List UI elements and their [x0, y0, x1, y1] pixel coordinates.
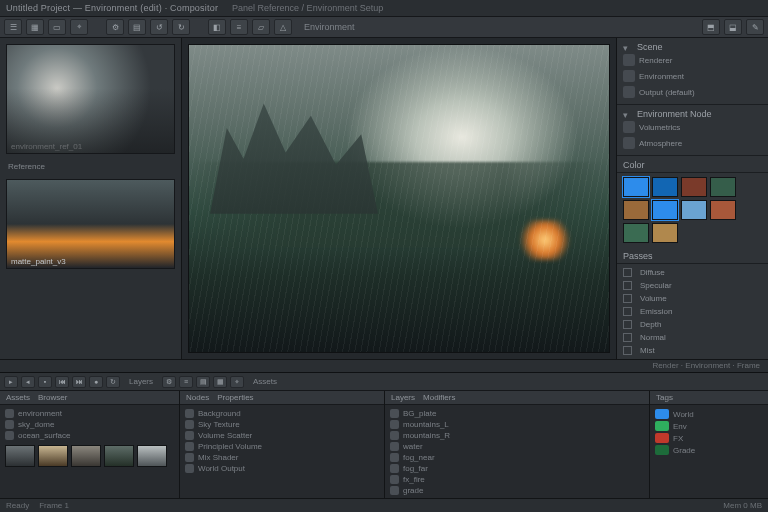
node-5[interactable]: World Output — [198, 464, 245, 473]
swatch-2[interactable] — [681, 177, 707, 197]
reference-thumb-1-label: environment_ref_01 — [11, 142, 82, 151]
node-icon — [185, 420, 194, 429]
grid2-icon[interactable]: ▦ — [213, 376, 227, 388]
tag-3[interactable]: Grade — [673, 446, 695, 455]
swatch-4[interactable] — [623, 200, 649, 220]
rows-icon[interactable]: ▤ — [196, 376, 210, 388]
swatch-6[interactable] — [681, 200, 707, 220]
list2-icon[interactable]: ≡ — [179, 376, 193, 388]
pass-1: Specular — [640, 281, 762, 290]
swatch-8[interactable] — [623, 223, 649, 243]
bottom-area: ▸ ◂ ▪ ⏮ ⏭ ● ↻ Layers ⚙ ≡ ▤ ▦ ⌖ Assets As… — [0, 372, 768, 512]
panel-assets-head[interactable]: Assets Browser — [0, 391, 179, 405]
tool-tri-icon[interactable]: △ — [274, 19, 292, 35]
tool-settings-icon[interactable]: ⚙ — [106, 19, 124, 35]
play-icon[interactable]: ▸ — [4, 376, 18, 388]
tool-list-icon[interactable]: ▤ — [128, 19, 146, 35]
asset-thumb-3[interactable] — [104, 445, 134, 467]
tool-lines-icon[interactable]: ≡ — [230, 19, 248, 35]
tool-plane-icon[interactable]: ▱ — [252, 19, 270, 35]
panel-layers-tab[interactable]: Modifiers — [423, 393, 455, 402]
target2-icon[interactable]: ⌖ — [230, 376, 244, 388]
tool-menu-icon[interactable]: ☰ — [4, 19, 22, 35]
checkbox-icon[interactable] — [623, 346, 632, 355]
layer-4[interactable]: fog_near — [403, 453, 435, 462]
checkbox-icon[interactable] — [623, 333, 632, 342]
reference-thumb-2[interactable]: matte_paint_v3 — [6, 179, 175, 269]
asset-1[interactable]: sky_dome — [18, 420, 54, 429]
node-2[interactable]: Volume Scatter — [198, 431, 252, 440]
layer-5[interactable]: fog_far — [403, 464, 428, 473]
asset-thumb-1[interactable] — [38, 445, 68, 467]
tag-1[interactable]: Env — [673, 422, 687, 431]
panel-assets-tab[interactable]: Browser — [38, 393, 67, 402]
reference-thumb-2-label: matte_paint_v3 — [11, 257, 66, 266]
node-4[interactable]: Mix Shader — [198, 453, 238, 462]
scene-row-2[interactable]: Output (default) — [639, 88, 762, 97]
tool-redo-icon[interactable]: ↻ — [172, 19, 190, 35]
swatch-0[interactable] — [623, 177, 649, 197]
inspector-section-scene-head[interactable]: ▾ Scene — [623, 42, 762, 52]
record-icon[interactable]: ● — [89, 376, 103, 388]
asset-thumb-0[interactable] — [5, 445, 35, 467]
swatch-9[interactable] — [652, 223, 678, 243]
checkbox-icon[interactable] — [623, 281, 632, 290]
tool-undo-icon[interactable]: ↺ — [150, 19, 168, 35]
panel-layers-head[interactable]: Layers Modifiers — [385, 391, 649, 405]
layer-2[interactable]: mountains_R — [403, 431, 450, 440]
inspector-section-env-head[interactable]: ▾ Environment Node — [623, 109, 762, 119]
layer-6[interactable]: fx_fire — [403, 475, 425, 484]
env-row-1[interactable]: Atmosphere — [639, 139, 762, 148]
layer-icon — [390, 464, 399, 473]
tool-edit-icon[interactable]: ✎ — [746, 19, 764, 35]
asset-thumb-4[interactable] — [137, 445, 167, 467]
swatch-5[interactable] — [652, 200, 678, 220]
tool-split-icon[interactable]: ◧ — [208, 19, 226, 35]
swatch-7[interactable] — [710, 200, 736, 220]
tool-target-icon[interactable]: ⌖ — [70, 19, 88, 35]
scene-row-0[interactable]: Renderer — [639, 56, 762, 65]
layer-7[interactable]: grade — [403, 486, 423, 495]
asset-thumb-2[interactable] — [71, 445, 101, 467]
tool-rect-icon[interactable]: ▭ — [48, 19, 66, 35]
panel-tags-head[interactable]: Tags — [650, 391, 768, 405]
reference-thumb-1[interactable]: environment_ref_01 — [6, 44, 175, 154]
gear-icon[interactable]: ⚙ — [162, 376, 176, 388]
tool-fillA-icon[interactable]: ⬒ — [702, 19, 720, 35]
layer-1[interactable]: mountains_L — [403, 420, 449, 429]
panel-tags-title: Tags — [656, 393, 673, 402]
window-title: Untitled Project — Environment (edit) · … — [6, 3, 218, 13]
viewport[interactable] — [188, 44, 610, 352]
checkbox-icon[interactable] — [623, 294, 632, 303]
swatches-label: Color — [623, 160, 645, 170]
layer-3[interactable]: water — [403, 442, 423, 451]
panel-nodes-head[interactable]: Nodes Properties — [180, 391, 384, 405]
tag-2[interactable]: FX — [673, 434, 683, 443]
tag-color-icon — [655, 421, 669, 431]
env-row-0[interactable]: Volumetrics — [639, 123, 762, 132]
node-3[interactable]: Principled Volume — [198, 442, 262, 451]
checkbox-icon[interactable] — [623, 268, 632, 277]
tool-fillB-icon[interactable]: ⬓ — [724, 19, 742, 35]
asset-2[interactable]: ocean_surface — [18, 431, 70, 440]
prev-icon[interactable]: ◂ — [21, 376, 35, 388]
bottom-toolbar: ▸ ◂ ▪ ⏮ ⏭ ● ↻ Layers ⚙ ≡ ▤ ▦ ⌖ Assets — [0, 373, 768, 391]
scene-row-1[interactable]: Environment — [639, 72, 762, 81]
node-0[interactable]: Background — [198, 409, 241, 418]
node-1[interactable]: Sky Texture — [198, 420, 240, 429]
layer-0[interactable]: BG_plate — [403, 409, 436, 418]
skip-fwd-icon[interactable]: ⏭ — [72, 376, 86, 388]
swatch-1[interactable] — [652, 177, 678, 197]
tag-0[interactable]: World — [673, 410, 694, 419]
checkbox-icon[interactable] — [623, 307, 632, 316]
skip-back-icon[interactable]: ⏮ — [55, 376, 69, 388]
tool-grid-icon[interactable]: ▦ — [26, 19, 44, 35]
stop-icon[interactable]: ▪ — [38, 376, 52, 388]
loop-icon[interactable]: ↻ — [106, 376, 120, 388]
pass-5: Normal — [640, 333, 762, 342]
panel-nodes-tab[interactable]: Properties — [217, 393, 253, 402]
asset-0[interactable]: environment — [18, 409, 62, 418]
inspector-section-swatches: Color — [617, 156, 768, 173]
swatch-3[interactable] — [710, 177, 736, 197]
checkbox-icon[interactable] — [623, 320, 632, 329]
